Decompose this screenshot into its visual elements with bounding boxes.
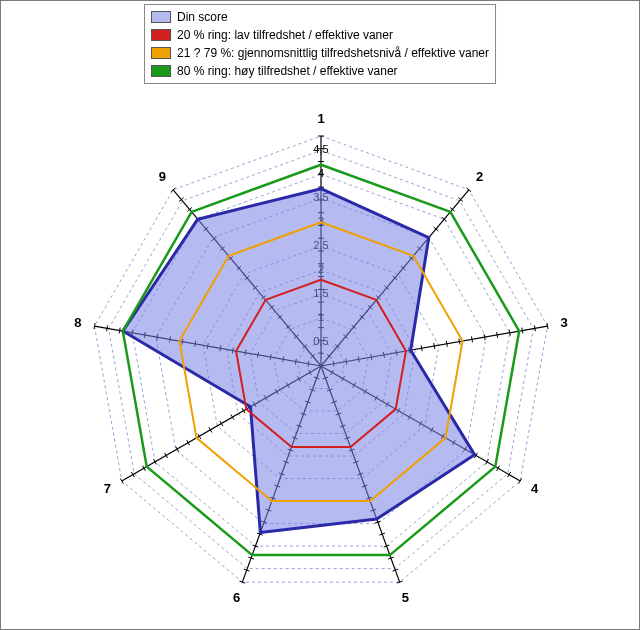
svg-line-56 [522, 328, 523, 334]
svg-text:9: 9 [159, 169, 166, 184]
svg-text:7: 7 [104, 481, 111, 496]
svg-line-58 [547, 323, 548, 329]
svg-text:4: 4 [531, 481, 539, 496]
svg-text:4: 4 [318, 167, 324, 179]
svg-line-50 [446, 341, 447, 347]
legend-swatch [151, 65, 171, 77]
svg-line-52 [471, 336, 472, 342]
legend-swatch [151, 47, 171, 59]
legend-label: Din score [177, 8, 228, 26]
legend-item: 21 ? 79 %: gjennomsnittlig tilfredshetsn… [151, 44, 489, 62]
svg-line-53 [484, 334, 485, 340]
svg-text:5: 5 [402, 590, 409, 605]
legend-label: 80 % ring: høy tilfredshet / effektive v… [177, 62, 398, 80]
svg-line-157 [107, 325, 108, 331]
svg-line-48 [421, 345, 422, 351]
svg-line-57 [534, 325, 535, 331]
svg-line-51 [459, 339, 460, 345]
radar-chart: 1234567890,511,522,533,544,5 [1, 1, 640, 630]
svg-text:6: 6 [233, 590, 240, 605]
legend-label: 21 ? 79 %: gjennomsnittlig tilfredshetsn… [177, 44, 489, 62]
svg-text:2: 2 [476, 169, 483, 184]
svg-text:8: 8 [74, 315, 81, 330]
legend-swatch [151, 29, 171, 41]
legend-label: 20 % ring: lav tilfredshet / effektive v… [177, 26, 393, 44]
svg-line-156 [119, 328, 120, 334]
svg-line-49 [434, 343, 435, 349]
legend: Din score 20 % ring: lav tilfredshet / e… [144, 4, 496, 84]
svg-text:3: 3 [560, 315, 567, 330]
svg-line-54 [497, 332, 498, 338]
svg-text:4,5: 4,5 [313, 143, 328, 155]
legend-item: 20 % ring: lav tilfredshet / effektive v… [151, 26, 489, 44]
legend-item: 80 % ring: høy tilfredshet / effektive v… [151, 62, 489, 80]
legend-swatch [151, 11, 171, 23]
svg-text:1: 1 [317, 111, 324, 126]
legend-item: Din score [151, 8, 489, 26]
